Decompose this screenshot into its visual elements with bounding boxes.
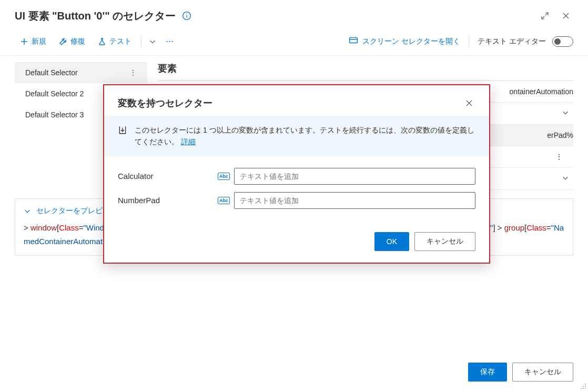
new-button[interactable]: 新規 — [15, 34, 52, 49]
variable-field-row: NumberPad Abc — [118, 192, 475, 209]
svg-point-13 — [583, 388, 584, 389]
svg-point-10 — [585, 386, 586, 387]
plus-icon — [20, 37, 28, 46]
close-icon[interactable] — [559, 8, 573, 23]
test-button[interactable]: テスト — [93, 34, 137, 49]
selector-item-label: Default Selector 3 — [25, 111, 84, 119]
repair-label: 修復 — [70, 37, 85, 46]
field-label: Calculator — [118, 172, 218, 181]
divider — [141, 35, 141, 48]
chevron-down-icon — [24, 207, 31, 215]
text-editor-label: テキスト エディター — [478, 37, 546, 46]
svg-rect-7 — [350, 37, 358, 43]
divider — [469, 35, 469, 48]
chevron-down-icon — [562, 109, 569, 118]
toolbar: 新規 修復 テスト ··· スクリーン セレクターを開く テキスト エディター — [0, 27, 588, 56]
download-variable-icon — [118, 125, 127, 136]
info-icon[interactable] — [182, 11, 191, 21]
more-icon[interactable]: ··· — [161, 33, 178, 50]
dialog-title: 変数を持つセレクター — [118, 97, 463, 109]
elements-heading: 要素 — [158, 62, 573, 75]
flask-icon — [98, 37, 106, 46]
variable-selector-dialog: 変数を持つセレクター このセレクターには 1 つ以上の変数が含まれています。テス… — [103, 84, 490, 264]
dialog-close-button[interactable] — [463, 97, 475, 109]
open-screen-selector-button[interactable]: スクリーン セレクターを開く — [349, 36, 460, 47]
chevron-down-icon — [562, 174, 569, 183]
ok-button[interactable]: OK — [374, 232, 409, 251]
expand-icon[interactable] — [538, 8, 552, 23]
svg-point-2 — [187, 14, 187, 14]
repair-button[interactable]: 修復 — [54, 34, 90, 49]
more-icon[interactable]: ⋮ — [129, 68, 137, 77]
details-link[interactable]: 詳細 — [181, 137, 196, 146]
page-title: UI 要素 "Button '0'" のセレクター — [15, 9, 176, 23]
screen-icon — [349, 36, 358, 47]
variable-field-row: Calculator Abc — [118, 168, 475, 185]
numberpad-input[interactable] — [234, 192, 475, 209]
save-button[interactable]: 保存 — [468, 363, 507, 382]
selector-item-label: Default Selector — [25, 68, 78, 77]
cancel-button[interactable]: キャンセル — [512, 363, 573, 382]
selector-item-label: Default Selector 2 — [25, 89, 84, 98]
svg-point-12 — [585, 388, 586, 389]
svg-point-11 — [583, 386, 584, 387]
footer-actions: 保存 キャンセル — [468, 363, 573, 382]
new-label: 新規 — [32, 37, 46, 46]
test-label: テスト — [109, 37, 131, 46]
text-type-icon: Abc — [218, 173, 230, 180]
text-editor-toggle[interactable] — [552, 36, 573, 47]
open-screen-label: スクリーン セレクターを開く — [362, 37, 460, 46]
svg-point-14 — [581, 388, 582, 389]
element-text: erPad% — [547, 131, 573, 139]
element-text: ontainerAutomation — [510, 87, 573, 96]
chevron-down-icon[interactable] — [146, 35, 159, 48]
calculator-input[interactable] — [234, 168, 475, 185]
wrench-icon — [59, 37, 67, 46]
resize-grip-icon[interactable] — [580, 383, 587, 390]
cancel-button[interactable]: キャンセル — [414, 232, 475, 251]
selector-item[interactable]: Default Selector ⋮ — [15, 62, 147, 83]
text-type-icon: Abc — [218, 197, 230, 204]
svg-point-9 — [585, 384, 586, 385]
window-header: UI 要素 "Button '0'" のセレクター — [0, 0, 588, 27]
field-label: NumberPad — [118, 196, 218, 205]
dialog-info-banner: このセレクターには 1 つ以上の変数が含まれています。テストを続行するには、次の… — [104, 116, 489, 156]
